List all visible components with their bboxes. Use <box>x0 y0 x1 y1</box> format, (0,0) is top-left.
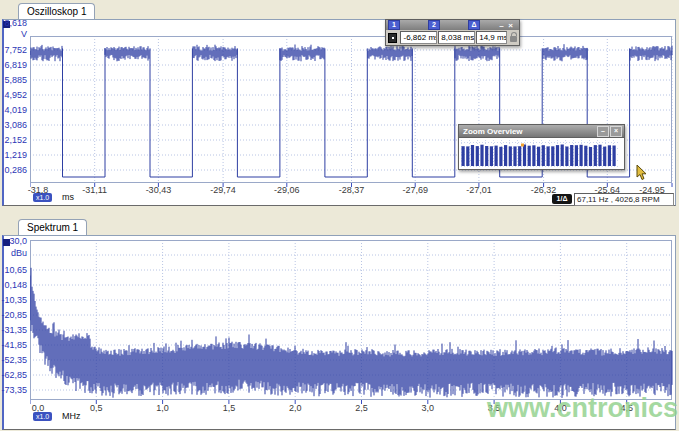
frequency-readout: 67,11 Hz , 4026,8 RPM <box>574 193 674 206</box>
axis-tick-label: 4,952 <box>0 90 27 100</box>
y-axis-max-label: 30,0 <box>0 236 27 246</box>
cursor2-chip[interactable]: 2 <box>428 20 440 30</box>
axis-tick-label: 1,0 <box>141 403 185 413</box>
minimize-button[interactable]: – <box>497 21 506 30</box>
zoom-overview-title: Zoom Overview <box>463 127 596 136</box>
axis-tick-label: -73,35 <box>0 385 27 395</box>
axis-tick-label: 1,5 <box>207 403 251 413</box>
lock-icon[interactable] <box>510 36 517 42</box>
axis-tick-label: 5,885 <box>0 75 27 85</box>
close-icon[interactable]: × <box>506 21 515 30</box>
axis-tick-label: -28,37 <box>329 185 373 195</box>
app-window: Oszilloskop 1 8,618 V x1.0 ms 1/Δ 67,11 … <box>0 0 679 431</box>
zoom-overview-body[interactable] <box>459 137 624 169</box>
mouse-cursor-icon <box>636 165 648 181</box>
axis-tick-label: -29,74 <box>201 185 245 195</box>
axis-tick-label: 0,5 <box>74 403 118 413</box>
cursor-enable-checkbox[interactable] <box>388 33 397 43</box>
axis-tick-label: -31,8 <box>16 185 60 195</box>
y-axis-unit: V <box>0 29 27 39</box>
axis-tick-label: 1,219 <box>0 150 27 160</box>
cursor-toolbar-body: -6,862 ms 8,038 ms 14,9 ms <box>386 30 519 45</box>
axis-tick-label: 2,5 <box>340 403 384 413</box>
axis-tick-label: -41,85 <box>0 340 27 350</box>
watermark: www.cntronics.com <box>487 393 679 424</box>
axis-tick-label: 10,65 <box>0 265 27 275</box>
frequency-mode-icon[interactable]: 1/Δ <box>552 194 572 204</box>
axis-tick-label: -31,11 <box>73 185 117 195</box>
axis-tick-label: -62,85 <box>0 370 27 380</box>
axis-tick-label: 3,0 <box>406 403 450 413</box>
cursor1-value: -6,862 ms <box>400 31 437 44</box>
axis-tick-label: -20,85 <box>0 310 27 320</box>
cursor-toolbar-header: 1 2 Δ – × <box>386 20 519 30</box>
zoom-overview-titlebar[interactable]: Zoom Overview – × <box>459 125 624 137</box>
axis-tick-label: -31,35 <box>0 325 27 335</box>
tab-spektrum[interactable]: Spektrum 1 <box>18 219 87 235</box>
delta-value: 14,9 ms <box>476 31 506 44</box>
cursor1-chip[interactable]: 1 <box>388 20 400 30</box>
zoom-overview-minimap[interactable] <box>460 139 621 168</box>
zoom-overview-window: Zoom Overview – × <box>458 124 625 170</box>
spectrum-plot[interactable] <box>30 240 673 405</box>
axis-tick-label: 7,752 <box>0 45 27 55</box>
axis-tick-label: 0,0 <box>16 403 60 413</box>
delta-chip[interactable]: Δ <box>468 20 480 30</box>
cursor-measure-toolbar: 1 2 Δ – × -6,862 ms 8,038 ms 14,9 ms <box>385 19 520 46</box>
zoom-factor-badge[interactable]: x1.0 <box>33 412 52 421</box>
y-axis-unit: dBu <box>0 248 27 258</box>
tab-oszilloskop[interactable]: Oszilloskop 1 <box>18 3 95 19</box>
axis-tick-label: 2,152 <box>0 135 27 145</box>
axis-tick-label: 2,0 <box>273 403 317 413</box>
axis-tick-label: -10,35 <box>0 295 27 305</box>
axis-tick-label: -30,43 <box>136 185 180 195</box>
close-icon[interactable]: × <box>610 126 622 137</box>
axis-tick-label: -27,69 <box>393 185 437 195</box>
axis-tick-label: 6,819 <box>0 60 27 70</box>
axis-tick-label: -29,06 <box>265 185 309 195</box>
minimize-button[interactable]: – <box>597 126 609 137</box>
cursor2-value: 8,038 ms <box>438 31 475 44</box>
axis-tick-label: 0,286 <box>0 165 27 175</box>
axis-tick-label: 0,148 <box>0 280 27 290</box>
axis-tick-label: 4,019 <box>0 105 27 115</box>
axis-tick-label: -52,35 <box>0 355 27 365</box>
axis-tick-label: -27,01 <box>457 185 501 195</box>
axis-tick-label: 3,086 <box>0 120 27 130</box>
y-axis-max-label: 8,618 <box>0 18 27 28</box>
